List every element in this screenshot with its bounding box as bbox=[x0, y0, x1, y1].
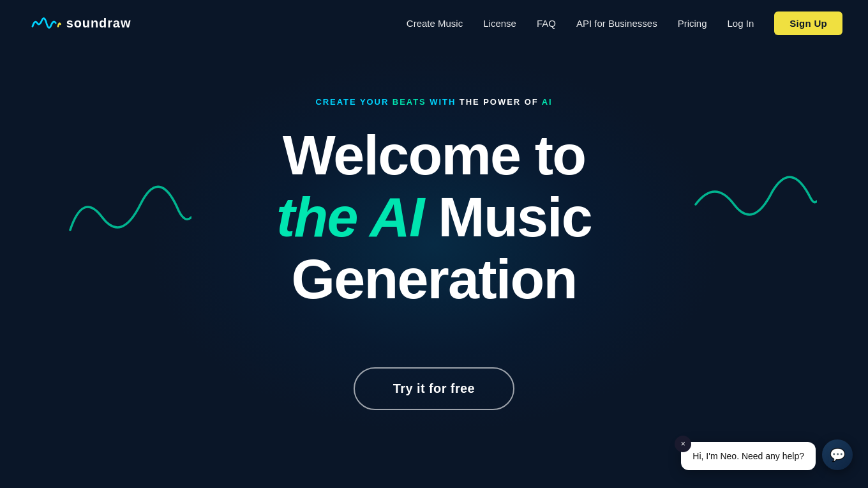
subtitle-the: THE bbox=[460, 97, 480, 107]
subtitle-of: OF bbox=[525, 97, 539, 107]
sign-up-button[interactable]: Sign Up bbox=[774, 11, 842, 35]
chat-close-button[interactable]: × bbox=[675, 436, 691, 452]
hero-title-line3: Generation bbox=[276, 248, 592, 310]
svg-text:soundraw: soundraw bbox=[66, 16, 131, 30]
chat-message: Hi, I'm Neo. Need any help? bbox=[692, 451, 804, 461]
subtitle-create: CREATE bbox=[315, 97, 356, 107]
subtitle-power: POWER bbox=[483, 97, 521, 107]
subtitle-beats: BEATS bbox=[393, 97, 426, 107]
cta-button-wrapper: Try it for free bbox=[354, 367, 514, 410]
soundraw-logo: soundraw bbox=[26, 10, 153, 36]
chat-widget: × Hi, I'm Neo. Need any help? 💬 bbox=[681, 439, 853, 470]
chat-bubble: × Hi, I'm Neo. Need any help? bbox=[681, 442, 816, 470]
subtitle-ai: AI bbox=[542, 97, 553, 107]
try-it-for-free-button[interactable]: Try it for free bbox=[354, 367, 514, 410]
nav-api-for-businesses[interactable]: API for Businesses bbox=[576, 18, 657, 29]
hero-title-music: Music bbox=[424, 185, 592, 248]
main-nav: Create Music License FAQ API for Busines… bbox=[407, 11, 842, 35]
nav-log-in[interactable]: Log In bbox=[728, 18, 754, 29]
hero-title-ai: the AI bbox=[276, 185, 424, 248]
nav-license[interactable]: License bbox=[483, 18, 516, 29]
logo-area: soundraw bbox=[26, 10, 153, 36]
hero-title-line1: Welcome to bbox=[276, 125, 592, 187]
nav-faq[interactable]: FAQ bbox=[537, 18, 556, 29]
hero-title-line2: the AI Music bbox=[276, 187, 592, 248]
hero-section: CREATE YOUR BEATS WITH THE POWER OF AI W… bbox=[0, 46, 868, 410]
hero-subtitle: CREATE YOUR BEATS WITH THE POWER OF AI bbox=[315, 97, 552, 107]
subtitle-your: YOUR bbox=[360, 97, 389, 107]
nav-create-music[interactable]: Create Music bbox=[407, 18, 463, 29]
subtitle-with: WITH bbox=[430, 97, 456, 107]
chat-icon: 💬 bbox=[830, 447, 846, 462]
hero-title: Welcome to the AI Music Generation bbox=[276, 125, 592, 310]
nav-pricing[interactable]: Pricing bbox=[678, 18, 707, 29]
chat-open-button[interactable]: 💬 bbox=[822, 439, 853, 470]
header: soundraw Create Music License FAQ API fo… bbox=[0, 0, 868, 46]
